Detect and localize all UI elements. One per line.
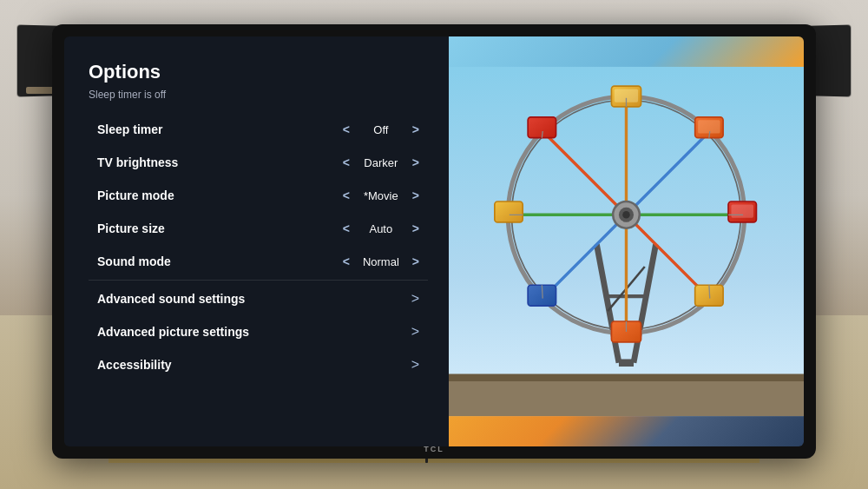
sleep-timer-controls: < Off >: [343, 122, 419, 136]
sleep-timer-right-arrow[interactable]: >: [412, 122, 419, 136]
tv-brightness-label: TV brightness: [97, 155, 343, 169]
picture-size-right-arrow[interactable]: >: [412, 221, 419, 235]
svg-rect-28: [698, 120, 720, 133]
advanced-sound-arrow: >: [411, 291, 419, 307]
svg-point-24: [622, 211, 630, 219]
tv-brightness-right-arrow[interactable]: >: [412, 155, 419, 169]
tv-frame: Options Sleep timer is off Sleep timer <…: [52, 24, 816, 459]
picture-size-label: Picture size: [97, 221, 343, 235]
picture-size-left-arrow[interactable]: <: [343, 221, 350, 235]
menu-items-list: Sleep timer < Off > TV brightness < Dark…: [89, 113, 428, 381]
picture-mode-label: Picture mode: [97, 188, 343, 202]
accessibility-label: Accessibility: [97, 358, 411, 372]
sleep-timer-value: Off: [355, 123, 407, 136]
advanced-picture-label: Advanced picture settings: [97, 325, 411, 339]
menu-item-sound-mode[interactable]: Sound mode < Normal >: [89, 245, 428, 278]
menu-item-sleep-timer[interactable]: Sleep timer < Off >: [89, 113, 428, 146]
accessibility-arrow: >: [411, 357, 419, 373]
menu-item-accessibility[interactable]: Accessibility >: [89, 348, 428, 381]
image-panel: [449, 36, 804, 446]
sound-mode-value: Normal: [355, 255, 407, 268]
menu-item-advanced-picture[interactable]: Advanced picture settings >: [89, 315, 428, 348]
divider-1: [89, 280, 428, 281]
picture-size-controls: < Auto >: [343, 221, 419, 235]
menu-subtitle: Sleep timer is off: [89, 89, 428, 101]
sound-mode-right-arrow[interactable]: >: [412, 254, 419, 268]
svg-rect-1: [449, 378, 804, 416]
picture-size-value: Auto: [355, 222, 407, 235]
picture-mode-value: *Movie: [355, 189, 407, 202]
sleep-timer-left-arrow[interactable]: <: [343, 122, 350, 136]
advanced-sound-label: Advanced sound settings: [97, 292, 411, 306]
svg-line-39: [709, 285, 710, 298]
svg-line-37: [709, 131, 710, 138]
menu-item-picture-mode[interactable]: Picture mode < *Movie >: [89, 179, 428, 212]
sound-mode-left-arrow[interactable]: <: [343, 254, 350, 268]
sound-mode-label: Sound mode: [97, 254, 343, 268]
tcl-logo: TCL: [424, 445, 444, 453]
sleep-timer-label: Sleep timer: [97, 122, 343, 136]
advanced-picture-arrow: >: [411, 324, 419, 340]
picture-mode-left-arrow[interactable]: <: [343, 188, 350, 202]
menu-title: Options: [89, 61, 428, 83]
svg-rect-30: [731, 204, 753, 217]
menu-panel: Options Sleep timer is off Sleep timer <…: [64, 36, 449, 446]
menu-item-advanced-sound[interactable]: Advanced sound settings >: [89, 282, 428, 315]
picture-mode-right-arrow[interactable]: >: [412, 188, 419, 202]
svg-rect-2: [449, 374, 804, 382]
tv-brightness-controls: < Darker >: [343, 155, 419, 169]
menu-item-tv-brightness[interactable]: TV brightness < Darker >: [89, 146, 428, 179]
ferris-wheel-svg: [449, 36, 804, 446]
sound-mode-controls: < Normal >: [343, 254, 419, 268]
menu-item-picture-size[interactable]: Picture size < Auto >: [89, 212, 428, 245]
tv-brightness-value: Darker: [355, 156, 407, 169]
tv-brightness-left-arrow[interactable]: <: [343, 155, 350, 169]
picture-mode-controls: < *Movie >: [343, 188, 419, 202]
tv-screen: Options Sleep timer is off Sleep timer <…: [64, 36, 804, 446]
ferris-wheel-area: [449, 36, 804, 446]
svg-rect-34: [495, 202, 523, 222]
svg-line-41: [542, 285, 542, 298]
svg-line-43: [542, 131, 542, 138]
